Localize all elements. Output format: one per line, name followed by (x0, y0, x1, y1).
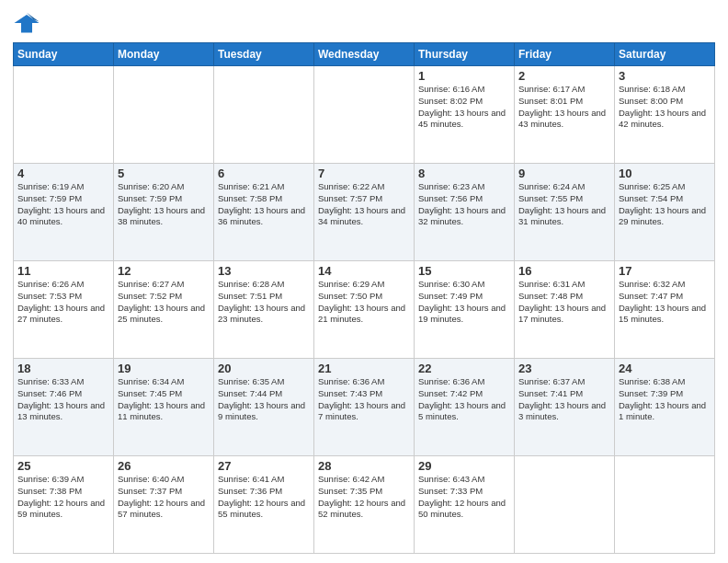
day-number: 13 (218, 264, 310, 278)
day-number: 1 (418, 69, 510, 83)
day-info: Sunrise: 6:41 AM Sunset: 7:36 PM Dayligh… (218, 474, 310, 521)
day-number: 2 (518, 69, 610, 83)
calendar-cell: 28Sunrise: 6:42 AM Sunset: 7:35 PM Dayli… (314, 456, 415, 554)
calendar-cell: 18Sunrise: 6:33 AM Sunset: 7:46 PM Dayli… (14, 359, 114, 456)
col-header-sunday: Sunday (14, 43, 114, 66)
day-info: Sunrise: 6:33 AM Sunset: 7:46 PM Dayligh… (17, 376, 109, 423)
day-number: 11 (17, 264, 109, 278)
calendar-cell (314, 66, 415, 164)
day-number: 27 (218, 459, 310, 473)
calendar-cell: 27Sunrise: 6:41 AM Sunset: 7:36 PM Dayli… (214, 456, 314, 554)
day-info: Sunrise: 6:18 AM Sunset: 8:00 PM Dayligh… (619, 84, 711, 131)
calendar-cell (214, 66, 314, 164)
calendar-cell: 4Sunrise: 6:19 AM Sunset: 7:59 PM Daylig… (14, 164, 114, 261)
day-info: Sunrise: 6:38 AM Sunset: 7:39 PM Dayligh… (619, 376, 711, 423)
day-number: 7 (318, 167, 410, 180)
day-info: Sunrise: 6:40 AM Sunset: 7:37 PM Dayligh… (118, 474, 210, 521)
day-number: 19 (118, 362, 210, 375)
day-number: 14 (318, 264, 410, 278)
day-info: Sunrise: 6:36 AM Sunset: 7:43 PM Dayligh… (318, 376, 410, 423)
day-number: 23 (518, 362, 610, 375)
day-info: Sunrise: 6:20 AM Sunset: 7:59 PM Dayligh… (118, 181, 210, 228)
page: SundayMondayTuesdayWednesdayThursdayFrid… (0, 0, 728, 563)
day-number: 3 (619, 69, 711, 83)
day-number: 24 (619, 362, 711, 375)
day-info: Sunrise: 6:34 AM Sunset: 7:45 PM Dayligh… (118, 376, 210, 423)
day-info: Sunrise: 6:30 AM Sunset: 7:49 PM Dayligh… (418, 279, 510, 326)
day-number: 28 (318, 459, 410, 473)
day-number: 21 (318, 362, 410, 375)
day-info: Sunrise: 6:25 AM Sunset: 7:54 PM Dayligh… (619, 181, 711, 228)
day-info: Sunrise: 6:23 AM Sunset: 7:56 PM Dayligh… (418, 181, 510, 228)
calendar-cell: 23Sunrise: 6:37 AM Sunset: 7:41 PM Dayli… (515, 359, 615, 456)
calendar-cell: 11Sunrise: 6:26 AM Sunset: 7:53 PM Dayli… (14, 261, 114, 359)
calendar-cell: 16Sunrise: 6:31 AM Sunset: 7:48 PM Dayli… (515, 261, 615, 359)
calendar-cell (615, 456, 715, 554)
col-header-friday: Friday (515, 43, 615, 66)
day-number: 29 (418, 459, 510, 473)
day-info: Sunrise: 6:43 AM Sunset: 7:33 PM Dayligh… (418, 474, 510, 521)
day-info: Sunrise: 6:42 AM Sunset: 7:35 PM Dayligh… (318, 474, 410, 521)
day-number: 9 (518, 167, 610, 180)
day-info: Sunrise: 6:26 AM Sunset: 7:53 PM Dayligh… (17, 279, 109, 326)
day-info: Sunrise: 6:17 AM Sunset: 8:01 PM Dayligh… (518, 84, 610, 131)
calendar-cell: 12Sunrise: 6:27 AM Sunset: 7:52 PM Dayli… (114, 261, 214, 359)
day-number: 25 (17, 459, 109, 473)
day-info: Sunrise: 6:16 AM Sunset: 8:02 PM Dayligh… (418, 84, 510, 131)
calendar-week-0: 1Sunrise: 6:16 AM Sunset: 8:02 PM Daylig… (14, 66, 715, 164)
col-header-tuesday: Tuesday (214, 43, 314, 66)
calendar-week-3: 18Sunrise: 6:33 AM Sunset: 7:46 PM Dayli… (14, 359, 715, 456)
day-info: Sunrise: 6:32 AM Sunset: 7:47 PM Dayligh… (619, 279, 711, 326)
day-number: 10 (619, 167, 711, 180)
calendar-cell (114, 66, 214, 164)
day-info: Sunrise: 6:24 AM Sunset: 7:55 PM Dayligh… (518, 181, 610, 228)
calendar-cell: 15Sunrise: 6:30 AM Sunset: 7:49 PM Dayli… (415, 261, 515, 359)
calendar-cell (515, 456, 615, 554)
day-number: 20 (218, 362, 310, 375)
calendar-week-2: 11Sunrise: 6:26 AM Sunset: 7:53 PM Dayli… (14, 261, 715, 359)
calendar-week-4: 25Sunrise: 6:39 AM Sunset: 7:38 PM Dayli… (14, 456, 715, 554)
logo (13, 9, 44, 37)
calendar-cell: 2Sunrise: 6:17 AM Sunset: 8:01 PM Daylig… (515, 66, 615, 164)
calendar-cell: 8Sunrise: 6:23 AM Sunset: 7:56 PM Daylig… (415, 164, 515, 261)
day-info: Sunrise: 6:31 AM Sunset: 7:48 PM Dayligh… (518, 279, 610, 326)
calendar-cell: 22Sunrise: 6:36 AM Sunset: 7:42 PM Dayli… (415, 359, 515, 456)
col-header-saturday: Saturday (615, 43, 715, 66)
day-number: 17 (619, 264, 711, 278)
calendar-cell: 10Sunrise: 6:25 AM Sunset: 7:54 PM Dayli… (615, 164, 715, 261)
day-info: Sunrise: 6:29 AM Sunset: 7:50 PM Dayligh… (318, 279, 410, 326)
svg-marker-0 (15, 15, 40, 33)
calendar-cell: 6Sunrise: 6:21 AM Sunset: 7:58 PM Daylig… (214, 164, 314, 261)
calendar-cell: 1Sunrise: 6:16 AM Sunset: 8:02 PM Daylig… (415, 66, 515, 164)
day-number: 8 (418, 167, 510, 180)
day-number: 12 (118, 264, 210, 278)
day-info: Sunrise: 6:19 AM Sunset: 7:59 PM Dayligh… (17, 181, 109, 228)
day-info: Sunrise: 6:27 AM Sunset: 7:52 PM Dayligh… (118, 279, 210, 326)
day-info: Sunrise: 6:36 AM Sunset: 7:42 PM Dayligh… (418, 376, 510, 423)
calendar-cell: 14Sunrise: 6:29 AM Sunset: 7:50 PM Dayli… (314, 261, 415, 359)
day-number: 16 (518, 264, 610, 278)
calendar-cell (14, 66, 114, 164)
calendar-cell: 9Sunrise: 6:24 AM Sunset: 7:55 PM Daylig… (515, 164, 615, 261)
calendar-week-1: 4Sunrise: 6:19 AM Sunset: 7:59 PM Daylig… (14, 164, 715, 261)
day-number: 6 (218, 167, 310, 180)
calendar-cell: 21Sunrise: 6:36 AM Sunset: 7:43 PM Dayli… (314, 359, 415, 456)
header (13, 9, 715, 37)
calendar-cell: 19Sunrise: 6:34 AM Sunset: 7:45 PM Dayli… (114, 359, 214, 456)
calendar-cell: 3Sunrise: 6:18 AM Sunset: 8:00 PM Daylig… (615, 66, 715, 164)
day-number: 5 (118, 167, 210, 180)
calendar-cell: 25Sunrise: 6:39 AM Sunset: 7:38 PM Dayli… (14, 456, 114, 554)
calendar-cell: 17Sunrise: 6:32 AM Sunset: 7:47 PM Dayli… (615, 261, 715, 359)
calendar-table: SundayMondayTuesdayWednesdayThursdayFrid… (13, 42, 715, 554)
day-number: 18 (17, 362, 109, 375)
col-header-monday: Monday (114, 43, 214, 66)
day-info: Sunrise: 6:35 AM Sunset: 7:44 PM Dayligh… (218, 376, 310, 423)
calendar-cell: 5Sunrise: 6:20 AM Sunset: 7:59 PM Daylig… (114, 164, 214, 261)
day-number: 22 (418, 362, 510, 375)
col-header-thursday: Thursday (415, 43, 515, 66)
calendar-header-row: SundayMondayTuesdayWednesdayThursdayFrid… (14, 43, 715, 66)
calendar-cell: 7Sunrise: 6:22 AM Sunset: 7:57 PM Daylig… (314, 164, 415, 261)
calendar-cell: 20Sunrise: 6:35 AM Sunset: 7:44 PM Dayli… (214, 359, 314, 456)
day-number: 4 (17, 167, 109, 180)
col-header-wednesday: Wednesday (314, 43, 415, 66)
